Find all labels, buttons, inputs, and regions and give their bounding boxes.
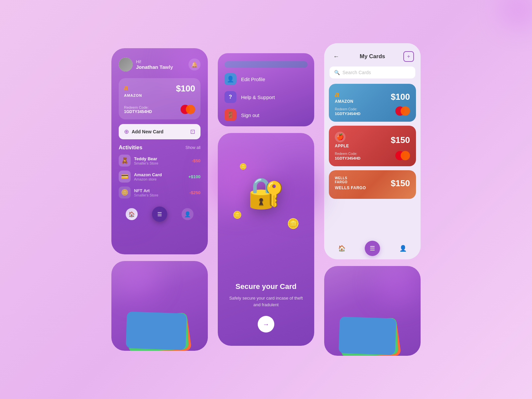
wells-fargo-brand: WELLS FARGO: [335, 186, 366, 190]
amazon-card-item[interactable]: a AMAZON $100 Redeem Code: 1GDTY3454HD: [329, 84, 416, 122]
redeem-code: 1GDTY3454HD: [124, 109, 152, 114]
amazon-card-amount: $100: [391, 92, 410, 102]
edit-profile-item[interactable]: 👤 Edit Profile: [224, 73, 308, 85]
secure-description: Safely secure your card incase of theft …: [226, 295, 306, 308]
redeem-label: Redeem Code:: [124, 105, 152, 109]
my-cards-header: ← My Cards +: [324, 43, 421, 66]
secure-phone: 🔐 🪙 🪙 🪙 Secure your Card Safely secure y…: [218, 133, 314, 346]
sign-out-icon: 🚪: [224, 109, 236, 121]
plus-icon: ⊕: [124, 128, 129, 135]
activities-title: Activities: [119, 145, 142, 151]
activity-store: Smallie's Store: [134, 161, 192, 165]
edit-profile-icon: 👤: [224, 73, 236, 85]
add-card-plus-button[interactable]: +: [403, 51, 414, 62]
secure-title: Secure your Card: [235, 282, 296, 291]
show-all-link[interactable]: Show all: [186, 145, 200, 150]
profile-nav-icon[interactable]: 👤: [182, 208, 194, 220]
mastercard-logo: [399, 106, 410, 116]
search-bar[interactable]: 🔍 Search Cards: [330, 66, 415, 78]
card-3: [126, 312, 187, 350]
wells-fargo-card-item[interactable]: WELLSFARGO WELLS FARGO $150: [329, 170, 416, 199]
activity-amount: +$100: [188, 174, 200, 179]
secure-illustration: 🔐 🪙 🪙 🪙: [233, 160, 299, 226]
home-icon[interactable]: 🏠: [336, 242, 348, 254]
redeem-code: 1GDTY3454HD: [335, 156, 360, 160]
right-column: ← My Cards + 🔍 Search Cards a AMAZON $10…: [324, 43, 421, 356]
stacked-cards: [126, 301, 193, 351]
apple-card-item[interactable]: 🍎 APPLE $150 Redeem Code: 1GDTY3454HD: [329, 126, 416, 166]
redeem-label: Redeem Code:: [335, 107, 360, 111]
amazon-card-amount: $100: [176, 83, 195, 94]
help-label: Help & Support: [241, 94, 275, 100]
activities-header: Activities Show all: [119, 145, 200, 151]
amazon-brand-name: AMAZON: [124, 93, 142, 97]
activity-name: Teddy Bear: [134, 156, 192, 161]
right-phone-nav: 🏠 ☰ 👤: [324, 237, 421, 259]
activity-item: 🧸 Teddy Bear Smallie's Store -$50: [119, 155, 200, 167]
amazon-card[interactable]: a AMAZON $100 Redeem Code: 1GDTY3454HD: [119, 78, 200, 119]
amazon-card-brand: AMAZON: [335, 99, 353, 104]
redeem-label: Redeem Code:: [335, 152, 360, 156]
activity-amount: -$50: [192, 158, 200, 163]
my-cards-phone: ← My Cards + 🔍 Search Cards a AMAZON $10…: [324, 43, 421, 259]
redeem-code: 1GDTY3454HD: [335, 112, 360, 116]
card-r-3: [338, 317, 396, 355]
help-icon: ?: [224, 91, 236, 103]
activity-store: Amazon store: [134, 177, 188, 181]
activity-item: 💳 Amazon Card Amazon store +$100: [119, 171, 200, 183]
search-placeholder: Search Cards: [342, 70, 371, 75]
stacked-cards-phone: [111, 261, 208, 351]
help-support-item[interactable]: ? Help & Support: [224, 91, 308, 103]
edit-profile-label: Edit Profile: [241, 76, 265, 82]
add-card-button[interactable]: ⊕ Add New Card ⊡: [119, 124, 200, 139]
dashboard-phone: Hi! Jonathan Tawly 🔔 a AMAZON $100 Redee…: [111, 48, 208, 254]
stacked-cards-phone-right: [324, 266, 421, 356]
my-cards-title: My Cards: [360, 53, 385, 60]
add-card-label: Add New Card: [132, 129, 164, 134]
sign-out-item[interactable]: 🚪 Sign out: [224, 109, 308, 121]
apple-card-brand: APPLE: [335, 144, 349, 148]
amazon-logo-a: a: [124, 83, 128, 92]
wells-fargo-logo: WELLSFARGO: [335, 176, 366, 184]
avatar: [119, 58, 133, 71]
amazon-a-logo: a: [335, 90, 353, 99]
apple-card-amount: $150: [391, 135, 410, 145]
activity-name: Amazon Card: [134, 172, 188, 177]
cards-floating-button[interactable]: ☰: [365, 241, 380, 256]
sign-out-label: Sign out: [241, 112, 259, 118]
profile-icon[interactable]: 👤: [397, 242, 409, 254]
activity-thumb: 🧸: [119, 155, 131, 167]
back-button[interactable]: ←: [331, 51, 341, 62]
mastercard-icon: [185, 105, 195, 114]
middle-column: 👤 Edit Profile ? Help & Support 🚪 Sign o…: [218, 53, 314, 346]
scan-icon: ⊡: [190, 128, 195, 135]
secure-arrow-button[interactable]: →: [258, 316, 274, 332]
apple-icon: 🍎: [335, 132, 345, 142]
activity-thumb: 💳: [119, 171, 131, 183]
stacked-cards-right: [339, 313, 406, 356]
activity-amount: -$250: [190, 190, 200, 195]
left-column: Hi! Jonathan Tawly 🔔 a AMAZON $100 Redee…: [111, 48, 208, 351]
cards-nav-icon[interactable]: ☰: [152, 206, 167, 222]
search-icon: 🔍: [334, 70, 340, 75]
mastercard-logo: [399, 151, 410, 160]
menu-phone: 👤 Edit Profile ? Help & Support 🚪 Sign o…: [218, 53, 314, 126]
wells-fargo-amount: $150: [391, 178, 410, 189]
